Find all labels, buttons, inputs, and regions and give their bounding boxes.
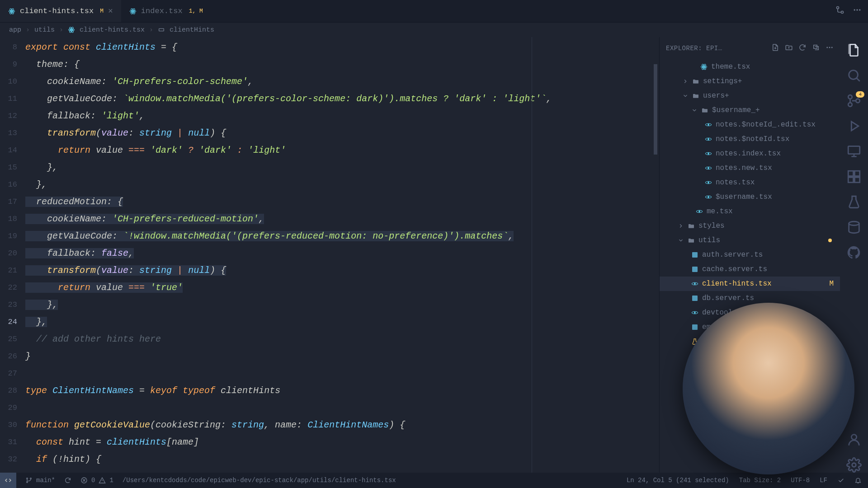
tree-file[interactable]: auth.server.ts [660,248,840,262]
editor-tab-bar: client-hints.tsx M × index.tsx 1, M [0,0,868,23]
chevron-right-icon [678,223,684,229]
breadcrumb-item[interactable]: app [9,26,21,34]
tab-client-hints[interactable]: client-hints.tsx M × [0,0,121,22]
react-icon [691,309,698,316]
more-icon[interactable] [826,43,834,53]
svg-point-61 [851,435,856,440]
svg-point-45 [694,312,696,314]
svg-point-10 [854,9,855,10]
svg-rect-44 [692,296,698,301]
github-activity-icon[interactable] [846,245,862,260]
minimap[interactable] [652,37,659,473]
remote-indicator[interactable] [0,473,16,488]
refresh-icon[interactable] [798,43,807,53]
react-icon [705,136,712,143]
close-icon[interactable]: × [108,7,113,16]
svg-point-22 [703,66,705,68]
svg-point-30 [708,153,709,155]
new-file-icon[interactable] [771,43,779,53]
eol-status[interactable]: LF [820,477,827,484]
settings-activity-icon[interactable] [846,457,862,473]
svg-point-60 [849,221,859,225]
explorer-title: EXPLORER: EPI… [666,45,722,52]
tree-file-active[interactable]: client-hints.tsxM [660,277,840,291]
tree-file[interactable]: notes.index.tsx [660,146,840,161]
testing-activity-icon[interactable] [846,194,862,210]
tree-file[interactable]: db.server.ts [660,291,840,305]
react-icon [705,179,712,186]
new-folder-icon[interactable] [785,43,793,53]
editor[interactable]: 8910111213141516171819202122232425262728… [0,37,659,473]
modified-badge: M [829,280,834,288]
notifications-status[interactable] [854,477,862,484]
svg-point-52 [848,95,852,99]
svg-point-12 [859,9,860,10]
tree-file[interactable]: notes.tsx [660,175,840,190]
problems-status[interactable]: 01 [80,477,113,484]
tree-file[interactable]: theme.tsx [660,60,840,74]
tree-folder[interactable]: utils [660,233,840,248]
cursor-position-status[interactable]: Ln 24, Col 5 (241 selected) [627,477,729,484]
react-icon [696,208,703,215]
source-control-activity-icon[interactable]: 4 [846,93,862,108]
tab-modified-badge: 1, M [189,8,203,14]
svg-point-34 [708,182,709,183]
react-icon [705,193,712,201]
tree-folder[interactable]: styles [660,219,840,233]
breadcrumb-item[interactable]: client-hints.tsx [80,26,145,34]
typescript-icon [691,295,698,302]
svg-point-32 [708,168,709,169]
explorer-activity-icon[interactable] [846,42,862,58]
compare-changes-icon[interactable] [835,5,844,17]
svg-point-0 [11,10,13,12]
tree-file[interactable]: $username.tsx [660,190,840,204]
minimap-thumb[interactable] [654,64,657,155]
tab-label: index.tsx [141,7,183,15]
svg-rect-47 [692,324,698,330]
status-bar: main* 01 /Users/kentcdodds/code/epicweb-… [0,473,868,488]
run-debug-activity-icon[interactable] [846,118,862,134]
tab-modified-badge: M [100,8,104,14]
file-path-status[interactable]: /Users/kentcdodds/code/epicweb-dev/epic-… [123,477,396,484]
tree-file[interactable]: cache.server.ts [660,262,840,277]
svg-rect-41 [692,267,698,272]
tab-index[interactable]: index.tsx 1, M [121,0,211,22]
folder-icon [692,92,699,99]
folder-icon [688,222,695,230]
prettier-status[interactable] [837,477,844,484]
tree-folder[interactable]: settings+ [660,74,840,89]
tree-folder[interactable]: $username_+ [660,103,840,117]
breadcrumb-item[interactable]: utils [34,26,55,34]
svg-rect-58 [848,177,853,182]
svg-point-4 [132,10,134,12]
account-activity-icon[interactable] [846,432,862,447]
svg-point-13 [71,29,72,31]
more-icon[interactable] [853,5,862,17]
tab-size-status[interactable]: Tab Size: 2 [739,477,781,484]
svg-point-8 [837,7,839,9]
tree-file[interactable]: notes.$noteId_.edit.tsx [660,117,840,132]
svg-point-28 [708,139,709,140]
tree-folder[interactable]: users+ [660,89,840,103]
code-content[interactable]: export const clientHints = { theme: { co… [25,37,652,473]
breadcrumb-item[interactable]: clientHints [170,26,214,34]
tree-file[interactable]: notes.$noteId.tsx [660,132,840,146]
chevron-down-icon [678,237,684,244]
remote-activity-icon[interactable] [846,144,862,159]
sync-status[interactable] [64,477,71,484]
collapse-all-icon[interactable] [812,43,820,53]
tree-file[interactable]: me.tsx [660,204,840,219]
tree-file[interactable]: notes.new.tsx [660,161,840,175]
folder-icon [688,237,695,244]
react-icon [691,280,698,287]
database-activity-icon[interactable] [846,220,862,235]
encoding-status[interactable]: UTF-8 [791,477,810,484]
typescript-icon [691,251,698,258]
git-branch[interactable]: main* [25,477,55,484]
search-activity-icon[interactable] [846,68,862,83]
react-icon [705,164,712,172]
svg-point-21 [831,47,833,48]
extensions-activity-icon[interactable] [846,169,862,184]
svg-rect-59 [854,177,859,182]
typescript-icon [691,266,698,273]
